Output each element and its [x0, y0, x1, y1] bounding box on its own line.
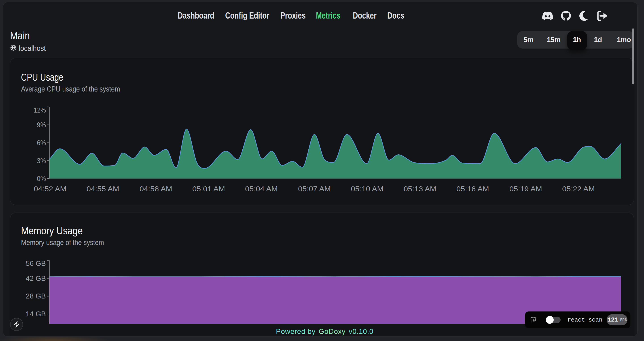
svg-text:04:58 AM: 04:58 AM [140, 185, 172, 193]
svg-text:42 GB: 42 GB [26, 274, 46, 282]
svg-text:6%: 6% [37, 139, 46, 147]
svg-text:04:55 AM: 04:55 AM [86, 185, 119, 193]
svg-text:05:22 AM: 05:22 AM [562, 185, 595, 193]
svg-text:05:07 AM: 05:07 AM [298, 185, 331, 193]
svg-text:05:13 AM: 05:13 AM [404, 185, 436, 193]
svg-text:04:52 AM: 04:52 AM [34, 185, 66, 193]
svg-text:05:01 AM: 05:01 AM [192, 185, 225, 193]
svg-text:05:10 AM: 05:10 AM [351, 185, 384, 193]
svg-text:28 GB: 28 GB [26, 292, 46, 300]
svg-text:14 GB: 14 GB [26, 310, 46, 318]
svg-text:05:19 AM: 05:19 AM [510, 185, 542, 193]
svg-text:56 GB: 56 GB [26, 259, 46, 267]
svg-text:3%: 3% [37, 157, 46, 165]
svg-text:0%: 0% [37, 175, 46, 183]
svg-text:05:04 AM: 05:04 AM [245, 185, 278, 193]
svg-text:05:16 AM: 05:16 AM [456, 185, 489, 193]
svg-text:12%: 12% [34, 106, 46, 114]
svg-text:9%: 9% [37, 121, 46, 129]
